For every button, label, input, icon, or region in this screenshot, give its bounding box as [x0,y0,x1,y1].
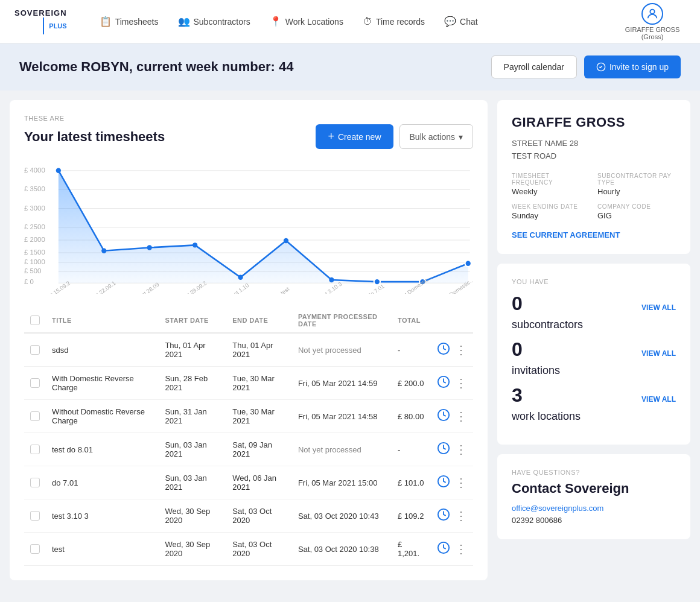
invite-to-sign-up-button[interactable]: Invite to sign up [584,55,681,78]
row-payment-1: Fri, 05 Mar 2021 14:59 [292,367,392,400]
nav-work-locations[interactable]: 📍 Work Locations [261,11,352,32]
timesheet-frequency-value: Weekly [512,187,590,196]
col-payment-date: PAYMENT PROCESSED DATE [292,308,392,333]
row-checkbox-0[interactable] [30,345,40,355]
you-have-label: YOU HAVE [512,278,676,285]
chart-point [147,245,152,250]
nav-timesheets[interactable]: 📋 Timesheets [91,11,167,32]
timesheets-title: Your latest timesheets [24,129,165,145]
col-total: TOTAL [392,308,431,333]
more-options-0[interactable]: ⋮ [455,343,467,357]
more-options-3[interactable]: ⋮ [455,442,467,457]
invitations-label: invitations [512,364,676,377]
row-checkbox-6[interactable] [30,544,40,554]
row-actions-3: ⋮ [431,433,473,466]
subcontractors-view-all[interactable]: VIEW ALL [641,303,676,312]
chevron-down-icon: ▾ [459,132,463,142]
company-code-field: COMPANY CODE GIG [597,203,676,220]
nav-work-locations-label: Work Locations [285,17,343,27]
week-ending-value: Sunday [512,211,590,220]
user-avatar [641,3,663,25]
row-checkbox-2[interactable] [30,411,40,421]
timesheet-icon-1[interactable] [437,375,450,391]
row-payment-2: Fri, 05 Mar 2021 14:58 [292,400,392,433]
locations-stat: 3 VIEW ALL work locations [512,384,676,423]
row-checkbox-4[interactable] [30,478,40,487]
row-checkbox-1[interactable] [30,378,40,388]
nav-subcontractors[interactable]: 👥 Subcontractors [170,11,259,32]
locations-view-all[interactable]: VIEW ALL [641,395,676,404]
row-actions-0: ⋮ [431,333,473,367]
pay-type-value: Hourly [597,187,676,196]
timesheet-icon-4[interactable] [437,475,450,491]
table-header-row: TITLE START DATE END DATE PAYMENT PROCES… [24,308,473,333]
work-locations-icon: 📍 [270,16,282,27]
right-panel: GIRAFFE GROSS STREET NAME 28 TEST ROAD T… [497,100,690,580]
subcontractors-stat: 0 VIEW ALL subcontractors [512,293,676,331]
invitations-view-all[interactable]: VIEW ALL [641,349,676,358]
company-code-label: COMPANY CODE [597,203,676,210]
more-options-6[interactable]: ⋮ [455,542,467,556]
contact-card: HAVE QUESTIONS? Contact Sovereign office… [497,454,690,539]
nav-time-records[interactable]: ⏱ Time records [354,11,433,32]
svg-text:£ 3000: £ 3000 [24,204,45,212]
user-section[interactable]: GIRAFFE GROSS (Gross) [619,3,686,40]
locations-label: work locations [512,410,676,423]
row-payment-6: Sat, 03 Oct 2020 10:38 [292,533,392,566]
create-new-button[interactable]: + Create new [316,124,393,149]
row-checkbox-5[interactable] [30,511,40,521]
timesheet-icon-5[interactable] [437,508,450,524]
chart-point [192,242,197,247]
invite-label: Invite to sign up [609,62,669,72]
row-total-3: - [392,433,431,466]
svg-text:£ 1000: £ 1000 [24,258,45,265]
chart-svg: £ 4000 £ 3500 £ 3000 £ 2500 £ 2000 £ 150… [24,161,473,294]
timesheets-label: THESE ARE [24,115,473,122]
timesheet-icon-2[interactable] [437,408,450,425]
payroll-calendar-button[interactable]: Payroll calendar [491,55,577,78]
row-checkbox-3[interactable] [30,445,40,454]
row-end-3: Sat, 09 Jan 2021 [226,433,292,466]
nav-chat[interactable]: 💬 Chat [436,11,486,32]
timesheet-icon-3[interactable] [437,442,450,458]
row-payment-3: Not yet processed [292,433,392,466]
more-options-4[interactable]: ⋮ [455,475,467,490]
header: SOVEREIGN PLUS 📋 Timesheets 👥 Subcontrac… [0,0,700,43]
col-end-date: END DATE [226,308,292,333]
nav-chat-label: Chat [460,17,478,27]
select-all-checkbox[interactable] [30,315,40,325]
row-start-1: Sun, 28 Feb 2021 [159,367,226,400]
contact-email[interactable]: office@sovereignplus.com [512,504,676,513]
company-code-value: GIG [597,211,676,220]
row-title-3: test do 8.01 [46,433,159,466]
svg-text:test 1.10: test 1.10 [229,282,250,294]
welcome-bar: Welcome ROBYN, current week number: 44 P… [0,43,700,90]
timesheet-icon-6[interactable] [437,541,450,557]
more-options-2[interactable]: ⋮ [455,409,467,423]
row-end-1: Tue, 30 Mar 2021 [226,367,292,400]
more-options-5[interactable]: ⋮ [455,509,467,523]
logo: SOVEREIGN PLUS [14,8,67,35]
chart-point [465,260,471,266]
svg-text:£ 1500: £ 1500 [24,249,45,256]
table-row: test do 8.01 Sun, 03 Jan 2021 Sat, 09 Ja… [24,433,473,466]
chart-point [238,275,243,280]
invitations-stat: 0 VIEW ALL invitations [512,338,676,377]
row-end-0: Thu, 01 Apr 2021 [226,333,292,367]
time-records-icon: ⏱ [363,16,372,27]
row-title-1: With Domestic Reverse Charge [46,367,159,400]
subcontractors-icon: 👥 [178,16,190,27]
svg-text:Without Domestic...: Without Domestic... [389,274,433,294]
timesheets-title-row: Your latest timesheets + Create new Bulk… [24,124,473,149]
svg-text:£ 3500: £ 3500 [24,185,45,192]
more-options-1[interactable]: ⋮ [455,376,467,390]
timesheet-icon-0[interactable] [437,342,450,358]
row-title-2: Without Domestic Reverse Charge [46,400,159,433]
table-row: With Domestic Reverse Charge Sun, 28 Feb… [24,367,473,400]
row-total-6: £ 1,201. [392,533,431,566]
see-current-agreement-link[interactable]: SEE CURRENT AGREEMENT [512,230,620,239]
chart-point [101,249,106,253]
bulk-actions-button[interactable]: Bulk actions ▾ [399,124,473,149]
svg-text:£ 500: £ 500 [24,267,41,274]
table-row: do 7.01 Sun, 03 Jan 2021 Wed, 06 Jan 202… [24,466,473,499]
